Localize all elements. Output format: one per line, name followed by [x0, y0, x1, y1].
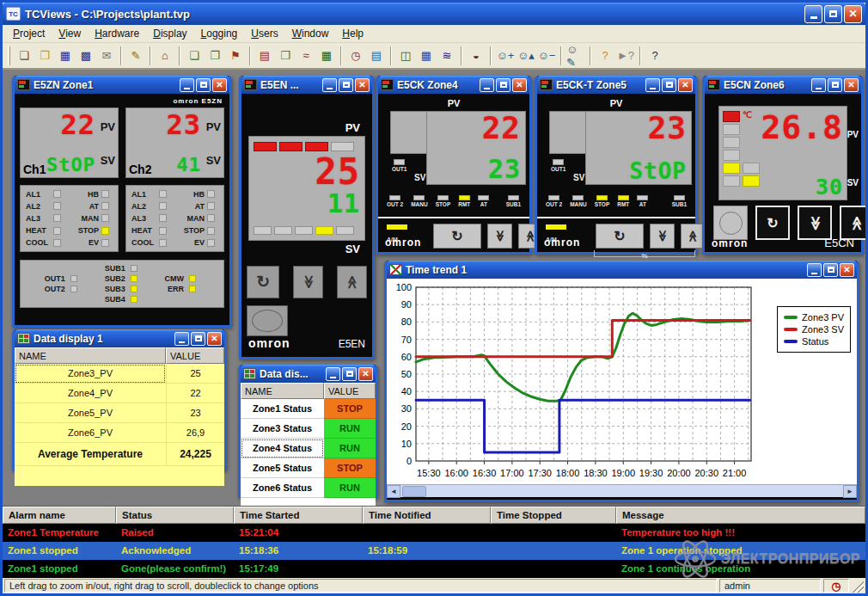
menu-help[interactable]: Help [335, 26, 370, 41]
minimize-button[interactable] [322, 78, 337, 92]
value-down-button[interactable]: ≪ [798, 206, 832, 240]
value-down-button[interactable]: ≪ [293, 266, 323, 298]
status-row-name[interactable]: Zone3 Status [241, 419, 324, 439]
toolbar-edit-user-button[interactable]: ☺✎ [565, 46, 586, 65]
menu-window[interactable]: Window [285, 26, 336, 41]
mode-loop-button[interactable]: ↻ [755, 206, 790, 240]
window-titlebar[interactable]: E5CK Zone4 ✕ [378, 76, 529, 94]
alarm-row[interactable]: Zone1 stoppedGone(please confirm!)15:17:… [3, 560, 865, 578]
toolbar-new-project-button[interactable]: ❏ [14, 46, 34, 65]
column-header-name[interactable]: NAME [15, 347, 166, 364]
minimize-button[interactable] [174, 332, 189, 346]
toolbar-print-button[interactable]: ✉ [96, 46, 117, 65]
toolbar-add-user-button[interactable]: ☺+ [495, 46, 516, 65]
close-button[interactable]: ✕ [844, 5, 862, 23]
toolbar-remove-user-button[interactable]: ☺− [536, 46, 557, 65]
minimize-button[interactable] [645, 78, 660, 92]
status-row-name[interactable]: Zone1 Status [241, 399, 324, 419]
minimize-button[interactable] [180, 78, 194, 92]
toolbar-event-log-button[interactable]: ▤ [366, 46, 387, 65]
alarm-column-header[interactable]: Time Started [234, 507, 363, 524]
toolbar-about-button[interactable]: ? [645, 46, 665, 65]
data-row-value[interactable]: 25 [166, 364, 224, 384]
toolbar-promote-user-button[interactable]: ☺▴ [516, 46, 536, 65]
data-row-name[interactable]: Zone4_PV [15, 384, 166, 403]
status-row-name[interactable]: Zone5 Status [241, 458, 324, 478]
maximize-button[interactable] [496, 78, 510, 92]
toolbar-open-project-button[interactable]: ❐ [34, 46, 55, 65]
status-badge[interactable]: STOP [324, 399, 376, 419]
maximize-button[interactable] [828, 78, 842, 92]
close-button[interactable]: ✕ [207, 332, 222, 346]
window-titlebar[interactable]: Data dis... ✕ [241, 365, 376, 383]
status-row-name[interactable]: Zone4 Status [241, 439, 324, 458]
toolbar-trend-display-button[interactable]: ≈ [296, 46, 316, 65]
close-button[interactable]: ✕ [512, 78, 527, 92]
value-up-button[interactable]: ≪ [337, 266, 367, 298]
menu-project[interactable]: Project [6, 26, 52, 41]
status-row-name[interactable]: Zone6 Status [241, 478, 324, 498]
close-button[interactable]: ✕ [212, 78, 227, 92]
minimize-button[interactable] [480, 78, 494, 92]
scroll-left-button[interactable]: ◄ [387, 485, 400, 498]
data-row-value[interactable]: 22 [166, 384, 224, 403]
toolbar-data-table-button[interactable]: ▦ [416, 46, 437, 65]
status-badge[interactable]: RUN [324, 419, 376, 439]
alarm-column-header[interactable]: Message [616, 507, 865, 524]
data-row-value[interactable]: 26,9 [166, 423, 224, 443]
window-titlebar[interactable]: Data display 1 ✕ [15, 329, 224, 347]
toolbar-context-help-button[interactable]: ►? [615, 46, 636, 65]
data-row-name[interactable]: Zone6_PV [15, 423, 166, 443]
toolbar-edit-project-button[interactable]: ✎ [125, 46, 146, 65]
toolbar-open-display-button[interactable]: ❐ [205, 46, 225, 65]
column-header-name[interactable]: NAME [241, 383, 324, 399]
window-titlebar[interactable]: Time trend 1 ✕ [387, 261, 857, 279]
minimize-button[interactable] [811, 78, 826, 92]
maximize-button[interactable] [342, 367, 357, 381]
window-titlebar[interactable]: E5CK-T Zone5 ✕ [537, 76, 695, 94]
column-header-value[interactable]: VALUE [324, 383, 376, 399]
window-titlebar[interactable]: E5CN Zone6 ✕ [705, 76, 861, 94]
alarm-column-header[interactable]: Time Stopped [491, 507, 616, 524]
data-row-value[interactable]: 23 [166, 403, 224, 423]
toolbar-help-button[interactable]: ? [595, 46, 615, 65]
close-button[interactable]: ✕ [840, 263, 854, 277]
maximize-button[interactable] [662, 78, 676, 92]
toolbar-alarm-horn-button[interactable]: ⚑ [225, 46, 246, 65]
mode-loop-button[interactable]: ↻ [596, 224, 644, 249]
column-header-value[interactable]: VALUE [166, 347, 224, 364]
value-down-button[interactable]: ≪ [650, 224, 675, 249]
toolbar-engineer-mode-button[interactable]: ◒ [466, 46, 486, 65]
close-button[interactable]: ✕ [355, 78, 370, 92]
toolbar-exit-button[interactable]: ⌂ [155, 46, 175, 65]
scroll-thumb[interactable] [402, 486, 426, 497]
status-badge[interactable]: RUN [324, 478, 376, 498]
trend-scrollbar[interactable]: ◄ ► [387, 484, 857, 497]
maximize-button[interactable] [824, 5, 842, 23]
maximize-button[interactable] [196, 78, 211, 92]
alarm-column-header[interactable]: Status [116, 507, 234, 524]
toolbar-new-display-button[interactable]: ❏ [184, 46, 205, 65]
close-button[interactable]: ✕ [358, 367, 373, 381]
window-titlebar[interactable]: E5ZN Zone1 ✕ [15, 76, 229, 94]
toolbar-copy-display-button[interactable]: ❒ [275, 46, 296, 65]
toolbar-grip[interactable] [8, 46, 10, 65]
alarm-row[interactable]: Zone1 stoppedAcknowledged15:18:3615:18:5… [3, 542, 865, 560]
toolbar-save-project-as-button[interactable]: ▩ [76, 46, 96, 65]
toolbar-alarm-clock-button[interactable]: ◷ [345, 46, 366, 65]
menu-logging[interactable]: Logging [194, 26, 245, 41]
toolbar-trend-setup-button[interactable]: ≋ [437, 46, 457, 65]
menu-hardware[interactable]: Hardware [88, 26, 146, 41]
alarm-row[interactable]: Zone1 TemperatureRaised15:21:04Temperatu… [3, 524, 865, 542]
data-row-name[interactable]: Zone3_PV [15, 364, 166, 384]
close-button[interactable]: ✕ [844, 78, 859, 92]
minimize-button[interactable] [804, 5, 822, 23]
maximize-button[interactable] [339, 78, 353, 92]
menu-display[interactable]: Display [146, 26, 193, 41]
status-badge[interactable]: RUN [324, 439, 376, 458]
toolbar-table-display-button[interactable]: ▦ [316, 46, 337, 65]
menu-view[interactable]: View [52, 26, 88, 41]
resize-grip[interactable] [852, 579, 864, 593]
mode-loop-button[interactable]: ↻ [433, 224, 481, 249]
maximize-button[interactable] [191, 332, 205, 346]
